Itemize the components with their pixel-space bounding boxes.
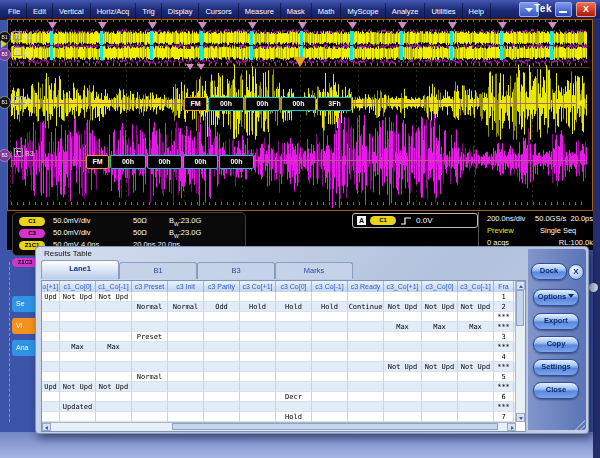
menu-item-horizacq[interactable]: Horiz/Acq bbox=[91, 3, 137, 21]
table-row[interactable]: UpdNot UpdNot Upd*** bbox=[42, 382, 525, 392]
cell bbox=[168, 382, 204, 392]
horizontal-scrollbar[interactable] bbox=[42, 422, 516, 431]
cell bbox=[96, 412, 132, 422]
menu-item-myscope[interactable]: MyScope bbox=[341, 3, 385, 21]
table-row[interactable]: *** bbox=[42, 312, 525, 322]
menu-item-analyze[interactable]: Analyze bbox=[386, 3, 426, 21]
tab-b1[interactable]: B1 bbox=[119, 262, 197, 279]
horizontal-scroll-thumb[interactable] bbox=[172, 423, 498, 430]
export-button[interactable]: Export bbox=[533, 313, 579, 330]
table-row[interactable]: MaxMaxMax*** bbox=[42, 322, 525, 332]
table-row[interactable]: Decr6 bbox=[42, 392, 525, 402]
column-header: c1_Co[-1] bbox=[96, 281, 132, 292]
cell: Hold bbox=[312, 302, 348, 312]
table-row[interactable]: Preset3 bbox=[42, 332, 525, 342]
cell bbox=[312, 412, 348, 422]
cell bbox=[96, 312, 132, 322]
b3-decode-value: 00h bbox=[147, 155, 182, 169]
settings-button[interactable]: Settings bbox=[533, 359, 579, 376]
cell bbox=[204, 412, 240, 422]
cell bbox=[42, 402, 60, 412]
vertical-scrollbar[interactable] bbox=[515, 281, 525, 422]
cell: Upd bbox=[42, 382, 60, 392]
frame-notch bbox=[589, 283, 598, 292]
menu-item-help[interactable]: Help bbox=[463, 3, 491, 21]
cell bbox=[204, 352, 240, 362]
cell bbox=[312, 372, 348, 382]
table-row[interactable]: UpdNot UpdNot Upd1 bbox=[42, 292, 525, 302]
cell: 1 bbox=[494, 292, 514, 302]
cell bbox=[132, 392, 168, 402]
cell bbox=[168, 392, 204, 402]
close-button[interactable]: X bbox=[576, 2, 596, 17]
cell bbox=[168, 412, 204, 422]
menu-item-math[interactable]: Math bbox=[312, 3, 342, 21]
menu-item-trig[interactable]: Trig bbox=[136, 3, 162, 21]
b3-decode-frame-marker: FM bbox=[86, 155, 109, 169]
dock-button[interactable]: Dock bbox=[531, 263, 567, 280]
tektronix-scope-screen: FileEditVerticalHoriz/AcqTrigDisplayCurs… bbox=[0, 0, 600, 458]
menu-item-vertical[interactable]: Vertical bbox=[53, 3, 91, 21]
cell bbox=[422, 392, 458, 402]
cell: *** bbox=[494, 312, 514, 322]
cell bbox=[168, 402, 204, 412]
scroll-left-arrow[interactable] bbox=[42, 423, 51, 431]
column-header: c3 Init bbox=[168, 281, 204, 292]
scroll-right-arrow[interactable] bbox=[507, 423, 516, 431]
cell bbox=[422, 372, 458, 382]
expander-icon[interactable] bbox=[14, 96, 23, 105]
tab-b3[interactable]: B3 bbox=[197, 262, 275, 279]
vertical-scroll-thumb[interactable] bbox=[516, 290, 524, 326]
cell bbox=[240, 342, 276, 352]
cell bbox=[42, 312, 60, 322]
cell: Not Upd bbox=[458, 362, 494, 372]
expander-icon[interactable] bbox=[13, 31, 22, 40]
menu-item-utilities[interactable]: Utilities bbox=[425, 3, 462, 21]
menu-item-file[interactable]: File bbox=[2, 3, 27, 21]
column-header: c3 Co[0] bbox=[276, 281, 312, 292]
close-window-button[interactable]: Close bbox=[533, 382, 579, 399]
channel-badge[interactable]: C1 bbox=[19, 217, 45, 226]
tab-marks[interactable]: Marks bbox=[275, 262, 353, 279]
cell bbox=[276, 382, 312, 392]
scroll-up-arrow[interactable] bbox=[516, 281, 525, 290]
channel-scale: 50.0mV/div bbox=[53, 228, 91, 237]
channel-bandwidth: BW:23.0G bbox=[169, 228, 201, 239]
bus-label-b1-overview: B1 bbox=[13, 31, 33, 40]
tab-lane1[interactable]: Lane1 bbox=[41, 260, 119, 279]
expander-icon[interactable] bbox=[14, 148, 23, 157]
column-header: c3 Co[+1] bbox=[240, 281, 276, 292]
table-row[interactable]: Hold7 bbox=[42, 412, 525, 422]
cell bbox=[60, 332, 96, 342]
cell bbox=[348, 332, 384, 342]
table-row[interactable]: MaxMax*** bbox=[42, 342, 525, 352]
menu-item-cursors[interactable]: Cursors bbox=[199, 3, 238, 21]
channel-badge[interactable]: C3 bbox=[19, 229, 45, 238]
table-row[interactable]: NormalNormalOddHoldHoldHoldContinueNot U… bbox=[42, 302, 525, 312]
cell bbox=[276, 332, 312, 342]
cell bbox=[458, 382, 494, 392]
menu-item-edit[interactable]: Edit bbox=[27, 3, 53, 21]
rising-edge-icon bbox=[400, 216, 412, 226]
cell bbox=[96, 332, 132, 342]
menu-item-display[interactable]: Display bbox=[162, 3, 200, 21]
menu-item-mask[interactable]: Mask bbox=[281, 3, 312, 21]
b3-decode-value: 00h bbox=[183, 155, 218, 169]
cell bbox=[60, 412, 96, 422]
cell: *** bbox=[494, 382, 514, 392]
table-row[interactable]: Updated*** bbox=[42, 402, 525, 412]
menu-item-measure[interactable]: Measure bbox=[239, 3, 281, 21]
cell bbox=[276, 342, 312, 352]
options-button[interactable]: Options bbox=[533, 289, 579, 306]
expander-icon[interactable] bbox=[13, 47, 22, 56]
table-row[interactable]: 4 bbox=[42, 352, 525, 362]
table-row[interactable]: Not UpdNot UpdNot Upd*** bbox=[42, 362, 525, 372]
b1-decode-value: 00h bbox=[245, 97, 280, 111]
copy-button[interactable]: Copy bbox=[533, 336, 579, 353]
resize-grip[interactable] bbox=[573, 418, 585, 430]
window-close-button[interactable]: X bbox=[568, 264, 584, 280]
table-row[interactable]: Normal5 bbox=[42, 372, 525, 382]
tek-logo: Tek bbox=[534, 3, 552, 14]
scroll-down-arrow[interactable] bbox=[516, 413, 525, 422]
minimize-button[interactable] bbox=[555, 2, 572, 17]
